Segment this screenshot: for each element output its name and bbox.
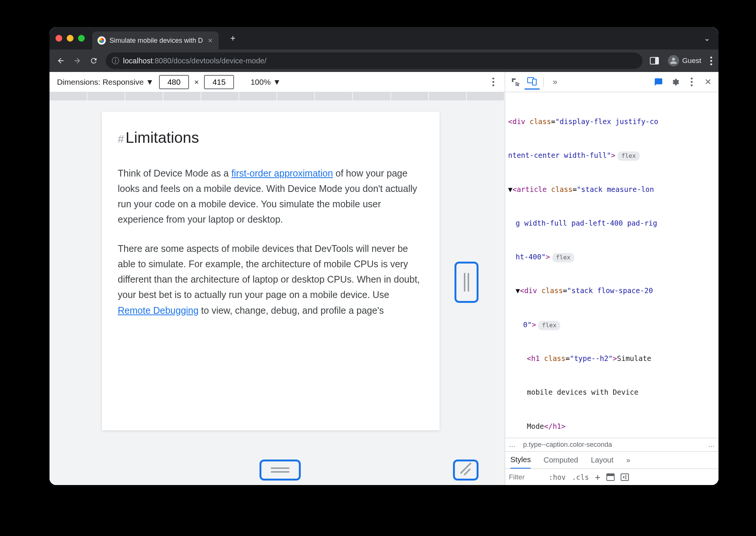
styles-tabs: Styles Computed Layout » — [505, 451, 718, 469]
chevron-down-icon[interactable]: ⌄ — [702, 31, 712, 45]
maximize-window-button[interactable] — [78, 35, 85, 42]
dimensions-dropdown[interactable]: Dimensions: Responsive▼ — [57, 78, 154, 87]
hov-button[interactable]: :hov — [549, 473, 566, 481]
more-tabs-icon[interactable]: » — [548, 75, 562, 90]
avatar-icon — [668, 55, 679, 66]
times-label: × — [194, 78, 199, 87]
crumb-more-left[interactable]: … — [509, 441, 516, 449]
window-controls — [56, 35, 85, 42]
devtools-menu-icon[interactable] — [684, 75, 699, 90]
device-mode-viewport: Dimensions: Responsive▼ × 100%▼ #Limitat… — [50, 72, 505, 485]
sidebar-toggle-icon[interactable] — [621, 473, 629, 481]
simulated-page: #Limitations Think of Device Mode as a f… — [102, 112, 440, 430]
chrome-favicon-icon — [98, 36, 106, 45]
minimize-window-button[interactable] — [67, 35, 74, 42]
resize-handle-right[interactable] — [454, 262, 478, 303]
styles-filter-input[interactable] — [509, 473, 543, 481]
forward-button[interactable] — [70, 53, 85, 68]
guest-label: Guest — [682, 57, 701, 65]
gear-icon[interactable] — [668, 75, 682, 90]
browser-menu-button[interactable] — [707, 54, 715, 68]
device-toggle-icon[interactable] — [525, 75, 540, 90]
back-button[interactable] — [53, 53, 68, 68]
tab-layout[interactable]: Layout — [591, 452, 614, 468]
width-ruler[interactable] — [50, 92, 505, 100]
more-styles-tabs-icon[interactable]: » — [626, 452, 630, 468]
crumb-current[interactable]: p.type--caption.color-seconda — [523, 441, 612, 449]
tab-title: Simulate mobile devices with D — [110, 37, 203, 45]
paragraph: There are some aspects of mobile devices… — [118, 241, 424, 318]
remote-debugging-link[interactable]: Remote Debugging — [118, 305, 198, 316]
titlebar: Simulate mobile devices with D ✕ + ⌄ — [50, 27, 718, 49]
feedback-icon[interactable] — [651, 75, 666, 90]
computed-toggle-icon[interactable] — [606, 473, 615, 481]
devtools-panel: » ✕ <div class="display-flex justify-co … — [505, 72, 718, 485]
styles-filter-bar: :hov .cls + — [505, 469, 718, 485]
svg-rect-1 — [532, 79, 536, 85]
tab-styles[interactable]: Styles — [510, 452, 531, 469]
device-toolbar: Dimensions: Responsive▼ × 100%▼ — [50, 72, 505, 92]
crumb-more-right[interactable]: … — [708, 441, 715, 449]
zoom-dropdown[interactable]: 100%▼ — [250, 78, 281, 87]
profile-button[interactable]: Guest — [663, 54, 706, 68]
resize-handle-bottom[interactable] — [260, 460, 301, 481]
new-tab-button[interactable]: + — [226, 31, 240, 45]
tab-computed[interactable]: Computed — [543, 452, 578, 468]
browser-window: Simulate mobile devices with D ✕ + ⌄ ⓘ l… — [50, 27, 718, 485]
page-heading: #Limitations — [118, 125, 424, 151]
reload-button[interactable] — [86, 53, 101, 68]
new-style-rule-icon[interactable]: + — [595, 472, 600, 482]
anchor-hash-icon[interactable]: # — [118, 133, 124, 145]
close-devtools-icon[interactable]: ✕ — [700, 75, 716, 90]
site-info-icon[interactable]: ⓘ — [112, 56, 119, 66]
browser-tab[interactable]: Simulate mobile devices with D ✕ — [92, 31, 219, 49]
dom-tree[interactable]: <div class="display-flex justify-co nten… — [505, 92, 718, 438]
cls-button[interactable]: .cls — [572, 473, 589, 481]
url-bar[interactable]: ⓘ localhost:8080/docs/devtools/device-mo… — [106, 52, 642, 69]
url-text: localhost:8080/docs/devtools/device-mode… — [123, 57, 266, 65]
first-order-link[interactable]: first-order approximation — [231, 168, 333, 178]
svg-rect-3 — [607, 474, 614, 476]
breadcrumb[interactable]: … p.type--caption.color-seconda … — [505, 438, 718, 451]
device-toolbar-menu[interactable] — [489, 75, 497, 89]
close-window-button[interactable] — [56, 35, 62, 42]
paragraph: Think of Device Mode as a first-order ap… — [118, 166, 424, 228]
browser-toolbar: ⓘ localhost:8080/docs/devtools/device-mo… — [50, 49, 718, 72]
height-input[interactable] — [204, 75, 234, 89]
devtools-tabs: » ✕ — [505, 72, 718, 92]
inspect-icon[interactable] — [508, 75, 523, 90]
width-input[interactable] — [159, 75, 189, 89]
close-tab-icon[interactable]: ✕ — [207, 37, 213, 44]
side-panel-icon[interactable] — [647, 53, 662, 68]
svg-rect-4 — [621, 474, 628, 481]
resize-handle-corner[interactable] — [453, 460, 478, 481]
